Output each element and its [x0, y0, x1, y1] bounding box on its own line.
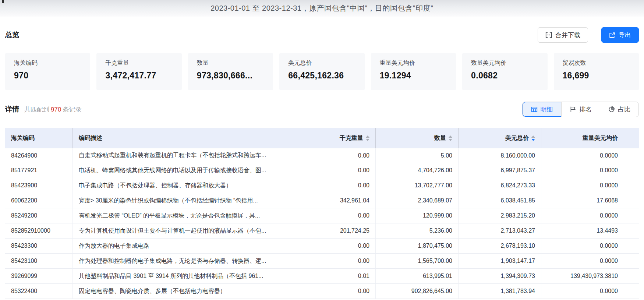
table-cell-usd: 2,983,215.20 [459, 208, 541, 223]
merge-download-button[interactable]: 合并下载 [538, 27, 588, 43]
stat-card-label: 重量美元均价 [380, 59, 447, 67]
table-cell-kg: 0.00 [291, 208, 376, 223]
stat-card-3: 美元总价66,425,162.36 [279, 53, 364, 90]
table-cell-desc: 自走式移动式起重机和装有起重机的工程卡车（不包括轮胎式和跨运车... [73, 148, 291, 163]
top-banner: 2023-01-01 至 2023-12-31，原产国包含"中国"，目的国包含"… [0, 0, 644, 17]
table-cell-qty: 2,340,689.07 [376, 193, 459, 208]
table-cell-kg-unit-price: 0.0000 [541, 239, 624, 254]
column-label: 千克重量 [340, 134, 363, 142]
table-cell-code: 85322400 [5, 284, 73, 299]
sort-carets-icon[interactable] [449, 135, 452, 141]
table-cell-kg-unit-price: 0.0000 [541, 148, 624, 163]
stat-card-5: 数量美元均价0.0682 [462, 53, 547, 90]
table-cell-overflow [624, 193, 639, 208]
table-cell-desc: 电子集成电路（不包括处理器、控制器、存储器和放大器） [73, 178, 291, 193]
table-cell-kg: 342,961.04 [291, 193, 376, 208]
table-cell-usd: 1,903,147.17 [459, 254, 541, 269]
table-cell-kg: 0.01 [291, 269, 376, 284]
table-row-2: 85423900电子集成电路（不包括处理器、控制器、存储器和放大器）0.0013… [5, 178, 639, 193]
table-row-7: 85423100作为处理器和控制器的电子集成电路，无论是否与存储器、转换器、逻.… [5, 254, 639, 269]
ranking-icon [570, 106, 576, 113]
export-label: 导出 [619, 31, 631, 39]
table-row-6: 85423300作为放大器的电子集成电路0.001,870,475.002,67… [5, 239, 639, 254]
stat-card-label: 美元总价 [288, 59, 355, 67]
sort-desc-icon[interactable] [449, 139, 452, 141]
table-cell-desc: 作为放大器的电子集成电路 [73, 239, 291, 254]
table-row-3: 60062200宽度> 30厘米的染色针织或钩编棉织物（不包括经编针织物 “包括… [5, 193, 639, 208]
column-header-4[interactable]: 美元总价 [459, 128, 541, 148]
table-cell-overflow [624, 239, 639, 254]
detail-title: 详情 [5, 105, 19, 114]
table-cell-usd: 6,824,273.33 [459, 178, 541, 193]
detail-header: 详情 共匹配到970条记录 明细排名占比 [5, 102, 639, 117]
table-cell-kg-unit-price: 0.0000 [541, 163, 624, 178]
table-cell-usd: 8,160,000.00 [459, 148, 541, 163]
stat-card-label: 千克重量 [105, 59, 173, 67]
table-cell-overflow [624, 208, 639, 223]
table-cell-overflow [624, 178, 639, 193]
column-header-3[interactable]: 数量 [376, 128, 459, 148]
stat-card-2: 数量973,830,666... [188, 53, 273, 90]
stat-card-value: 66,425,162.36 [288, 71, 355, 81]
table-cell-qty: 613,995.01 [376, 269, 459, 284]
table-cell-qty: 1,870,475.00 [376, 239, 459, 254]
table-cell-kg: 0.00 [291, 284, 376, 299]
sort-carets-icon[interactable] [366, 135, 369, 141]
trade-table: 海关编码编码描述千克重量数量美元总价重量美元均价 84264900自走式移动式起… [5, 128, 639, 299]
table-row-5: 852852910000专为计算机使用而设计但主要不与计算机一起使用的液晶显示器… [5, 223, 639, 239]
overview-title: 总览 [5, 30, 19, 40]
stat-card-value: 0.0682 [471, 71, 538, 81]
overview-header: 总览 合并下载 [5, 27, 639, 43]
table-row-4: 85249200有机发光二极管 “OLED” 的平板显示模块，无论是否包含触摸屏… [5, 208, 639, 223]
column-label: 海关编码 [11, 134, 35, 142]
sort-desc-icon[interactable] [531, 139, 535, 141]
table-cell-usd: 1,394,309.73 [459, 269, 541, 284]
tab-占比[interactable]: 占比 [600, 102, 638, 117]
match-record-text: 共匹配到970条记录 [24, 105, 81, 114]
table-header-row: 海关编码编码描述千克重量数量美元总价重量美元均价 [5, 128, 639, 148]
table-cell-usd: 6,038,451.85 [459, 193, 541, 208]
tab-label: 占比 [618, 105, 630, 114]
stat-card-1: 千克重量3,472,417.77 [96, 53, 181, 90]
column-header-0: 海关编码 [5, 128, 73, 148]
tab-排名[interactable]: 排名 [561, 102, 600, 117]
export-button[interactable]: 导出 [601, 27, 639, 43]
table-cell-kg-unit-price: 0.0000 [541, 208, 624, 223]
table-cell-usd: 2,713,043.27 [459, 223, 541, 239]
table-row-9: 85322400固定电电容器、陶瓷电介质、多层（不包括电力电容器）0.00902… [5, 284, 639, 299]
table-cell-qty: 1,565,700.00 [376, 254, 459, 269]
table-icon [531, 106, 538, 113]
stat-card-6: 贸易次数16,699 [554, 53, 639, 90]
stat-card-label: 数量 [197, 59, 264, 67]
table-cell-code: 85423300 [5, 239, 73, 254]
sort-asc-icon[interactable] [449, 135, 452, 138]
stat-card-value: 3,472,417.77 [105, 71, 173, 81]
pie-icon [608, 106, 615, 113]
table-cell-overflow [624, 223, 639, 239]
match-count: 970 [49, 106, 63, 113]
table-cell-desc: 固定电电容器、陶瓷电介质、多层（不包括电力电容器） [73, 284, 291, 299]
stat-card-4: 重量美元均价19.1294 [371, 53, 456, 90]
table-cell-code: 60062200 [5, 193, 73, 208]
table-cell-desc: 有机发光二极管 “OLED” 的平板显示模块，无论是否包含触摸屏，具... [73, 208, 291, 223]
tab-明细[interactable]: 明细 [523, 102, 561, 117]
table-cell-kg-unit-price: 0.0000 [541, 284, 624, 299]
sort-asc-icon[interactable] [531, 135, 535, 138]
table-cell-code: 84264900 [5, 148, 73, 163]
detail-title-group: 详情 共匹配到970条记录 [5, 105, 81, 114]
column-label: 数量 [434, 134, 446, 142]
overview-buttons: 合并下载 导出 [538, 27, 639, 43]
sort-asc-icon[interactable] [366, 135, 369, 138]
sort-desc-icon[interactable] [366, 139, 369, 141]
table-cell-qty: 902,826,645.00 [376, 284, 459, 299]
column-header-2[interactable]: 千克重量 [291, 128, 376, 148]
table-cell-code: 852852910000 [5, 223, 73, 239]
table-cell-usd: 1,381,783.94 [459, 284, 541, 299]
stat-card-value: 970 [14, 71, 81, 81]
export-icon [609, 32, 615, 38]
table-cell-code: 85177921 [5, 163, 73, 178]
table-cell-qty: 120,999.00 [376, 208, 459, 223]
sort-carets-icon[interactable] [531, 135, 535, 141]
tab-label: 明细 [541, 105, 553, 114]
table-cell-qty: 4,704,726.00 [376, 163, 459, 178]
